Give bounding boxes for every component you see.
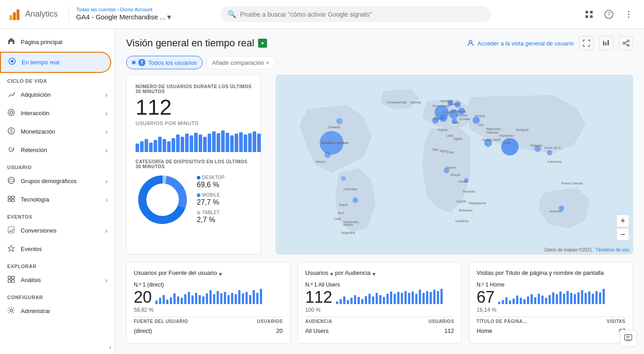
sidebar-item-acquisition[interactable]: Adquisición › — [0, 85, 115, 104]
more-options-icon[interactable] — [621, 6, 637, 22]
svg-rect-32 — [603, 41, 604, 45]
svg-text:Tailandia: Tailandia — [530, 144, 542, 147]
account-name-selector[interactable]: GA4 - Google Merchandise ... ▾ — [76, 12, 171, 22]
sidebar-item-retention[interactable]: Retención › — [0, 141, 115, 159]
sidebar-item-home[interactable]: Página principal — [0, 32, 111, 52]
svg-text:Botsuana: Botsuana — [459, 209, 473, 212]
audience-pct: 100 % — [305, 307, 454, 313]
sidebar-item-conversions[interactable]: Conversiones › — [0, 221, 115, 240]
page-title: Visión general en tiempo real — [126, 37, 254, 49]
account-selector[interactable]: Todas las cuentas › Demo Account GA4 - G… — [68, 7, 171, 22]
sidebar-label-home: Página principal — [21, 39, 63, 45]
svg-rect-25 — [8, 276, 11, 279]
sidebar-item-events[interactable]: Eventos — [0, 240, 115, 258]
app-header: Analytics Todas las cuentas › Demo Accou… — [0, 0, 644, 29]
svg-text:Nigeria: Nigeria — [446, 166, 456, 170]
svg-rect-3 — [585, 11, 588, 13]
svg-marker-24 — [8, 245, 14, 251]
realtime-icon — [8, 57, 16, 67]
all-users-filter[interactable]: T Todos los usuarios — [126, 56, 203, 69]
feedback-button[interactable] — [620, 330, 637, 347]
search-input[interactable] — [240, 11, 483, 18]
svg-text:Egipto: Egipto — [454, 137, 463, 141]
svg-text:Kazajistán: Kazajistán — [499, 134, 514, 138]
zoom-out-button[interactable]: − — [617, 228, 629, 241]
audience-dropdown-icon2[interactable]: ▾ — [372, 270, 376, 278]
svg-text:?: ? — [608, 11, 611, 18]
svg-point-11 — [628, 16, 629, 18]
share-button[interactable] — [619, 36, 633, 50]
page-header: Visión general en tiempo real Acceder a … — [115, 29, 644, 54]
chart-settings-button[interactable] — [599, 36, 613, 50]
apps-icon[interactable] — [581, 6, 597, 22]
svg-text:Reino Unido: Reino Unido — [433, 104, 450, 108]
svg-point-13 — [11, 60, 14, 63]
breadcrumb: Todas las cuentas › Demo Account — [76, 7, 171, 12]
svg-text:Argelia: Argelia — [438, 128, 448, 132]
interaction-icon — [7, 108, 15, 118]
sidebar-item-realtime[interactable]: En tiempo real — [0, 52, 111, 73]
t-badge: T — [138, 59, 145, 66]
sidebar-item-interaction[interactable]: Interacción › — [0, 104, 115, 122]
sidebar: Página principal En tiempo real CICLO DE… — [0, 29, 115, 354]
map-terms[interactable]: Términos de uso — [596, 247, 629, 252]
svg-text:$: $ — [10, 129, 13, 134]
chevron-right-icon4: › — [105, 147, 108, 154]
svg-rect-4 — [590, 11, 593, 13]
svg-rect-2 — [17, 9, 19, 20]
filter-row: T Todos los usuarios Añadir comparación … — [115, 54, 644, 75]
svg-text:Pakistán: Pakistán — [486, 131, 498, 134]
svg-point-52 — [324, 152, 331, 158]
sidebar-item-technology[interactable]: Tecnología › — [0, 190, 115, 209]
svg-text:Bolivia: Bolivia — [344, 223, 353, 226]
help-icon[interactable]: ? — [601, 6, 617, 22]
mobile-dot — [197, 193, 200, 197]
desktop-pct: 69,6 % — [197, 181, 219, 189]
donut-section: DESKTOP 69,6 % MOBILE 27,7 % — [136, 173, 252, 227]
audience-dropdown-icon[interactable]: ▾ — [330, 270, 333, 278]
page-mini-chart — [498, 288, 626, 304]
technology-icon — [7, 195, 15, 204]
donut-chart — [136, 173, 190, 227]
page-table-row: Home 67 — [476, 326, 626, 336]
svg-text:Groenlandia: Groenlandia — [387, 100, 407, 104]
svg-text:Polonia: Polonia — [457, 114, 467, 117]
audience-top-value: 112 — [305, 288, 332, 307]
svg-text:Chad: Chad — [446, 151, 454, 154]
app-body: Página principal En tiempo real CICLO DE… — [0, 29, 644, 354]
sidebar-collapse-button[interactable]: ‹ — [0, 340, 115, 354]
svg-rect-27 — [8, 280, 11, 282]
source-card-header: Usuarios por Fuente del usuario ▾ — [134, 269, 283, 278]
sidebar-item-demographics[interactable]: Grupos demográficos › — [0, 172, 115, 190]
svg-text:España: España — [434, 117, 444, 121]
home-icon — [7, 37, 15, 47]
audience-table-header: AUDIENCIA USUARIOS — [305, 317, 454, 326]
mobile-label: MOBILE — [202, 193, 220, 197]
svg-text:Kenia: Kenia — [458, 180, 467, 183]
svg-text:Ucrania: Ucrania — [459, 117, 470, 121]
fullscreen-button[interactable] — [579, 36, 594, 50]
source-number-row: 20 — [134, 288, 283, 307]
svg-text:Arabia Saudí: Arabia Saudí — [482, 138, 501, 141]
source-dropdown-icon[interactable]: ▾ — [219, 270, 222, 278]
add-comparison-button[interactable]: Añadir comparación + — [206, 56, 275, 69]
sidebar-item-analysis[interactable]: Análisis › — [0, 271, 115, 289]
sidebar-item-admin[interactable]: Administrar — [0, 302, 115, 320]
section-configure: CONFIGURAR — [0, 289, 115, 302]
svg-text:Mali: Mali — [433, 148, 439, 151]
chevron-right-icon3: › — [105, 128, 108, 135]
desktop-label: DESKTOP — [202, 175, 225, 180]
stats-card: NÚMERO DE USUARIOS DURANTE LOS ÚLTIMOS 3… — [126, 75, 261, 255]
svg-text:Sudáfrica: Sudáfrica — [455, 220, 469, 223]
user-view-label: Acceder a la vista general de usuario — [477, 40, 574, 47]
page-table-header: TÍTULO DE PÁGINA... VISITAS — [476, 317, 626, 326]
user-view-button[interactable]: Acceder a la vista general de usuario — [467, 39, 574, 47]
sidebar-item-monetization[interactable]: $ Monetización › — [0, 122, 115, 141]
zoom-in-button[interactable]: + — [617, 215, 629, 227]
tablet-dot — [197, 211, 200, 215]
svg-text:Italia: Italia — [453, 121, 459, 124]
svg-point-60 — [353, 197, 358, 203]
svg-text:Francia: Francia — [443, 111, 454, 114]
svg-text:Mongolia: Mongolia — [516, 128, 529, 132]
svg-rect-111 — [625, 335, 632, 340]
